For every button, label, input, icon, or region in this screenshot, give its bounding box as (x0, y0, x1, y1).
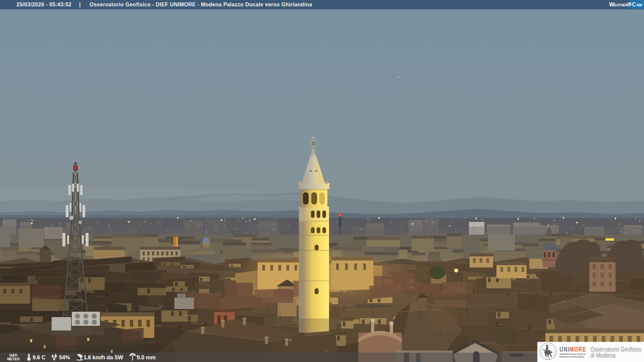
svg-text:di Modena: di Modena (590, 351, 615, 359)
svg-text:MODENA E REGGIO EMILIA: MODENA E REGGIO EMILIA (559, 355, 584, 358)
svg-text:1.6 km/h da SW: 1.6 km/h da SW (84, 354, 123, 360)
svg-text:AM: AM (637, 3, 642, 7)
svg-text:C: C (632, 1, 636, 7)
svg-text:9.6 C: 9.6 C (33, 354, 46, 360)
svg-text:1175: 1175 (546, 358, 550, 360)
svg-text:W: W (609, 1, 614, 7)
svg-text:EATHER: EATHER (614, 3, 628, 7)
svg-text:0.0 mm: 0.0 mm (137, 354, 156, 360)
svg-text:UNIMORE: UNIMORE (559, 346, 586, 353)
svg-text:54%: 54% (59, 354, 70, 360)
